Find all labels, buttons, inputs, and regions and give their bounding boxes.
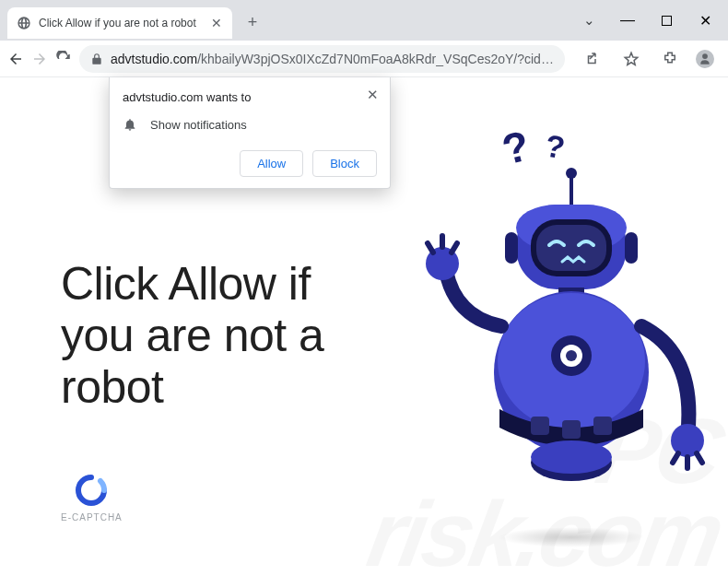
share-button[interactable] <box>580 46 605 72</box>
maximize-button[interactable] <box>660 14 673 27</box>
svg-rect-8 <box>625 232 638 264</box>
tab-title: Click Allow if you are not a robot <box>39 17 203 29</box>
url-path: /khbailyW3pjOSx0IXcZd7N0mFoaA8kRdr_VSqCe… <box>197 52 554 66</box>
dialog-actions: Allow Block <box>123 150 377 177</box>
captcha-badge: E-CAPTCHA <box>61 474 123 522</box>
lock-icon <box>90 53 103 65</box>
address-bar[interactable]: advtstudio.com/khbailyW3pjOSx0IXcZd7N0mF… <box>79 45 565 73</box>
question-mark-icon: ? <box>543 127 568 165</box>
minimize-button[interactable]: — <box>621 14 634 27</box>
toolbar: advtstudio.com/khbailyW3pjOSx0IXcZd7N0mF… <box>0 41 728 77</box>
bookmark-button[interactable] <box>618 46 644 72</box>
headline-line1: Click Allow if <box>61 258 311 310</box>
back-button[interactable] <box>7 46 24 72</box>
toolbar-right: ⋮ <box>572 46 728 72</box>
window-controls: ⌄ — ✕ <box>583 0 728 41</box>
svg-rect-16 <box>562 420 581 439</box>
captcha-spinner-icon <box>75 474 108 507</box>
svg-point-2 <box>566 168 577 179</box>
robot-illustration: ? ? <box>415 123 710 557</box>
question-mark-icon: ? <box>498 123 534 174</box>
svg-rect-7 <box>505 232 518 264</box>
notification-permission-dialog: ✕ advtstudio.com wants to Show notificat… <box>109 77 391 189</box>
svg-rect-15 <box>531 417 549 435</box>
reload-button[interactable] <box>55 46 72 72</box>
dialog-close-button[interactable]: ✕ <box>367 87 379 103</box>
close-window-button[interactable]: ✕ <box>699 14 711 27</box>
profile-avatar[interactable] <box>696 50 714 68</box>
headline-line2: you are not a <box>61 310 323 361</box>
shadow-icon <box>498 527 645 547</box>
url-domain: advtstudio.com <box>111 52 197 66</box>
dialog-origin-text: advtstudio.com wants to <box>123 90 377 104</box>
page-content: PC risk.com Click Allow if you are not a… <box>0 77 728 587</box>
headline-line3: robot <box>61 361 163 413</box>
svg-rect-6 <box>536 225 606 271</box>
url-text: advtstudio.com/khbailyW3pjOSx0IXcZd7N0mF… <box>111 52 554 66</box>
svg-point-21 <box>531 440 612 474</box>
permission-row: Show notifications <box>123 117 377 132</box>
bell-icon <box>123 117 137 132</box>
extensions-button[interactable] <box>657 46 683 72</box>
svg-rect-0 <box>662 16 671 25</box>
headline: Click Allow if you are not a robot <box>61 258 323 413</box>
browser-tab[interactable]: Click Allow if you are not a robot ✕ <box>7 7 232 39</box>
titlebar: Click Allow if you are not a robot ✕ + ⌄… <box>0 0 728 41</box>
new-tab-button[interactable]: + <box>240 9 265 35</box>
svg-rect-17 <box>593 417 612 435</box>
captcha-label: E-CAPTCHA <box>61 512 123 522</box>
globe-icon <box>17 16 31 30</box>
chevron-down-icon[interactable]: ⌄ <box>583 12 595 29</box>
allow-button[interactable]: Allow <box>240 150 303 177</box>
block-button[interactable]: Block <box>312 150 377 177</box>
tab-close-button[interactable]: ✕ <box>210 17 223 29</box>
svg-point-14 <box>566 350 577 361</box>
permission-label: Show notifications <box>150 118 247 132</box>
forward-button[interactable] <box>31 46 48 72</box>
